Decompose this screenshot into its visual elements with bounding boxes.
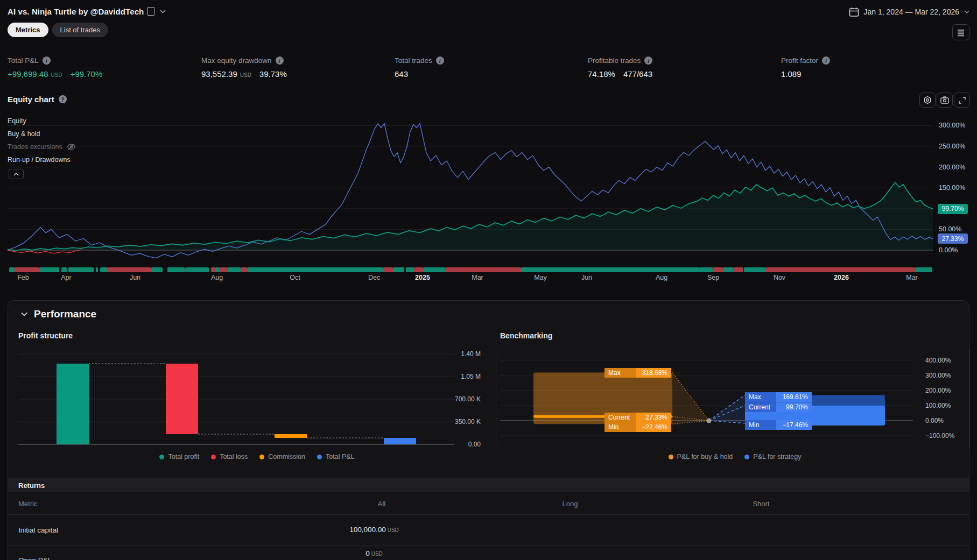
trade-segment bbox=[445, 267, 521, 272]
benchmark-badge-current: Current27.33% bbox=[605, 413, 671, 422]
tab-metrics[interactable]: Metrics bbox=[8, 23, 48, 37]
metric-value: 1.089 bbox=[781, 69, 830, 79]
axis-separator bbox=[969, 350, 970, 449]
help-icon[interactable]: ? bbox=[59, 95, 67, 103]
metric-value-main: 74.18% bbox=[588, 69, 615, 79]
legend-item-buy-hold[interactable]: Buy & hold bbox=[8, 129, 40, 139]
benchmark-badge-min: Min−17.46% bbox=[745, 420, 812, 430]
chevron-down-icon[interactable] bbox=[160, 10, 166, 13]
badge-label: Current bbox=[745, 402, 776, 412]
info-icon[interactable]: i bbox=[436, 56, 444, 65]
value-text: 0 bbox=[366, 549, 370, 557]
equity-chart-plot[interactable] bbox=[8, 111, 933, 267]
x-axis-label: 2026 bbox=[826, 274, 856, 281]
trade-segment bbox=[61, 267, 67, 272]
legend-dot bbox=[744, 455, 749, 459]
metric-label: Total P&Li bbox=[8, 56, 102, 65]
badge-value: 318.68% bbox=[636, 368, 671, 378]
info-icon[interactable]: i bbox=[276, 56, 284, 65]
legend-item-label: Trades excursions bbox=[8, 143, 62, 151]
trade-segment bbox=[241, 267, 248, 272]
badge-label: Max bbox=[605, 368, 636, 378]
trade-segment bbox=[766, 267, 915, 272]
trade-segment bbox=[723, 267, 733, 272]
eye-off-icon[interactable] bbox=[67, 144, 76, 150]
chart-settings-button[interactable] bbox=[919, 93, 936, 108]
benchmarking-plot[interactable] bbox=[500, 350, 913, 449]
info-icon[interactable]: i bbox=[822, 56, 830, 65]
y-axis-label: 0.00% bbox=[925, 417, 944, 425]
metric-3: Profitable tradesi74.18%477/643 bbox=[588, 56, 652, 79]
performance-header[interactable]: Performance bbox=[21, 308, 96, 320]
badge-label: Current bbox=[605, 413, 636, 422]
metric-value-unit: USD bbox=[240, 72, 251, 78]
profit-structure-plot[interactable] bbox=[18, 350, 454, 449]
performance-title: Performance bbox=[34, 308, 96, 320]
x-axis-label: Jun bbox=[120, 274, 150, 281]
report-layout-button[interactable] bbox=[952, 24, 969, 40]
report-title-row[interactable]: AI vs. Ninja Turtle by @DaviddTech bbox=[8, 5, 166, 17]
trade-results-strip bbox=[8, 267, 933, 272]
chart-fullscreen-button[interactable] bbox=[954, 93, 970, 108]
trade-segment bbox=[186, 267, 209, 272]
legend-item-equity[interactable]: Equity bbox=[8, 116, 26, 126]
metric-value: +99,699.48USD+99.70% bbox=[8, 69, 102, 79]
x-axis-label: Mar bbox=[897, 274, 927, 281]
legend-item-run-up-drawdowns[interactable]: Run-up / Drawdowns bbox=[8, 155, 71, 165]
benchmark-badge-max: Max318.68% bbox=[605, 368, 671, 378]
y-axis-label: 350.00 K bbox=[427, 418, 481, 426]
y-axis-label: 200.00% bbox=[925, 387, 951, 395]
legend-item-label: Equity bbox=[8, 117, 26, 125]
trade-segment bbox=[406, 267, 414, 272]
metric-label-text: Total trades bbox=[395, 56, 432, 65]
metric-value-main: 93,552.39 bbox=[201, 69, 237, 79]
equity-chart-header: Equity chart ? bbox=[8, 95, 67, 104]
trade-segment bbox=[68, 267, 94, 272]
profit-structure-title: Profit structure bbox=[18, 331, 73, 340]
trade-segment bbox=[699, 267, 713, 272]
metric-value-extra: +99.70% bbox=[71, 69, 103, 79]
price-badge: 99.70% bbox=[938, 204, 968, 214]
trade-segment bbox=[713, 267, 723, 272]
trade-segment bbox=[414, 267, 423, 272]
metric-value-extra: 477/643 bbox=[623, 69, 652, 79]
badge-label: Min bbox=[745, 420, 776, 430]
legend-dot bbox=[317, 455, 322, 459]
price-badge: 27.33% bbox=[938, 233, 968, 244]
column-header-all: All bbox=[349, 500, 414, 508]
trade-segment bbox=[915, 267, 932, 272]
tab-list-of-trades[interactable]: List of trades bbox=[52, 23, 108, 37]
rows-icon bbox=[957, 29, 965, 36]
legend-label: P&L for buy & hold bbox=[677, 453, 733, 460]
x-axis-label: Sep bbox=[698, 274, 728, 281]
camera-icon bbox=[940, 96, 949, 104]
expand-icon bbox=[958, 96, 966, 104]
equity-chart-title: Equity chart bbox=[8, 95, 54, 104]
trade-segment bbox=[215, 267, 220, 272]
chevron-down-icon bbox=[21, 312, 27, 316]
badge-value: −17.46% bbox=[776, 420, 812, 430]
y-axis-label: 300.00% bbox=[925, 372, 951, 380]
x-axis-label: Aug bbox=[646, 274, 677, 281]
legend-dot bbox=[669, 455, 673, 459]
metric-label: Profit factori bbox=[781, 56, 830, 65]
date-range-picker[interactable]: Jan 1, 2024 — Mar 22, 2026 bbox=[849, 5, 969, 18]
benchmarking-legend: P&L for buy & holdP&L for strategy bbox=[500, 453, 969, 460]
legend-item-trades-excursions[interactable]: Trades excursions bbox=[8, 142, 76, 152]
chevron-down-icon bbox=[964, 10, 969, 14]
metric-value: 93,552.39USD39.73% bbox=[201, 69, 287, 79]
column-header-metric: Metric bbox=[18, 500, 37, 508]
chart-snapshot-button[interactable] bbox=[937, 93, 953, 108]
benchmark-badge-current: Current99.70% bbox=[745, 402, 812, 412]
metric-2: Total tradesi643 bbox=[395, 56, 444, 79]
info-icon[interactable]: i bbox=[43, 56, 51, 65]
info-icon[interactable]: i bbox=[644, 56, 652, 65]
trade-segment bbox=[15, 267, 39, 272]
legend-dot bbox=[159, 455, 164, 459]
legend-collapse-button[interactable] bbox=[9, 169, 24, 179]
value-text: 100,000.00 bbox=[349, 526, 386, 534]
y-axis-label: 250.00% bbox=[939, 142, 965, 151]
bar-commission bbox=[275, 434, 307, 438]
trade-segment bbox=[521, 267, 699, 272]
row-divider bbox=[8, 514, 969, 515]
